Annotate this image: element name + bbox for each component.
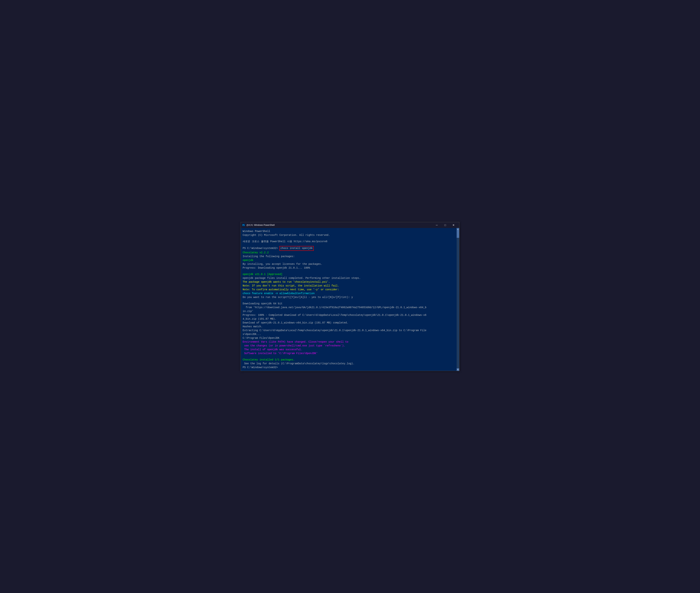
software-installed-msg: Software installed to 'C:\Program Files\… xyxy=(243,352,455,355)
window-title: 관리자: Windows PowerShell xyxy=(246,224,431,227)
download-complete-msg: Download of openjdk-21.0.1_windows-x64_b… xyxy=(243,321,455,325)
wants-to-run-msg: The package openjdk wants to run 'chocol… xyxy=(243,280,455,284)
terminal-body[interactable]: Windows PowerShell Copyright (C) Microso… xyxy=(241,228,459,371)
env-vars-msg: Environment Vars (like PATH) have change… xyxy=(243,340,455,344)
program-files-msg: C:\Program Files\OpenJDK xyxy=(243,336,455,340)
scrollbar-track[interactable] xyxy=(457,231,459,368)
see-changes-msg: see the changes (or in powershell/cmd.ex… xyxy=(243,344,455,348)
progress-msg: Progress: Downloading openjdk 21.0.1... … xyxy=(243,266,455,270)
svg-text:PS: PS xyxy=(242,224,245,226)
approved-msg: openjdk v21.0.1 [Approved] xyxy=(243,272,455,276)
note-confirm-msg: Note: To confirm automatically next time… xyxy=(243,288,455,291)
prompt-text: PS C:\Windows\system32> xyxy=(243,246,279,250)
powershell-window: PS 관리자: Windows PowerShell ─ □ ✕ Windows… xyxy=(241,222,459,371)
scrollbar[interactable]: ▲ ▼ xyxy=(457,228,459,371)
command-text: choco install openjdk xyxy=(279,246,314,251)
hashes-match-msg: Hashes match. xyxy=(243,325,455,328)
from-url-msg: from 'https://download.java.net/java/GA/… xyxy=(243,306,455,309)
final-prompt: PS C:\Windows\system32> xyxy=(243,365,455,369)
note-fail-msg: Note: If you don't run this script, the … xyxy=(243,284,455,288)
choco-version: Chocolatey v2.2.2 xyxy=(243,251,455,254)
window-controls: ─ □ ✕ xyxy=(433,222,458,228)
installing-msg: Installing the following packages: xyxy=(243,254,455,259)
in-zip-msg: in.zip' xyxy=(243,309,455,313)
line-2: Copyright (C) Microsoft Corporation. All… xyxy=(243,233,455,237)
line-3: 새로운 크로스 플랫폼 PowerShell 사용 https://aka.ms… xyxy=(243,240,455,243)
install-success-msg: The install of openjdk was successful. xyxy=(243,348,455,352)
progress-complete-msg: Progress: 100% - Completed download of C… xyxy=(243,313,455,317)
close-button[interactable]: ✕ xyxy=(449,222,458,228)
app-icon: PS xyxy=(242,224,245,227)
run-script-prompt: Do you want to run the script?([Y]es/[A]… xyxy=(243,295,455,299)
scroll-down-arrow[interactable]: ▼ xyxy=(457,368,459,371)
install-complete-msg: openjdk package files install completed.… xyxy=(243,276,455,280)
license-msg: By installing, you accept licenses for t… xyxy=(243,262,455,266)
extracting-msg: Extracting C:\Users\G\AppData\Local\Temp… xyxy=(243,328,455,332)
line-1: Windows PowerShell xyxy=(243,230,455,233)
terminal-content: Windows PowerShell Copyright (C) Microso… xyxy=(243,230,457,369)
choco-installed-msg: Chocolatey installed 1/1 packages. xyxy=(243,358,455,362)
scroll-up-arrow[interactable]: ▲ xyxy=(457,228,459,231)
s-openjdk-msg: s\OpenJDK... xyxy=(243,332,455,336)
titlebar: PS 관리자: Windows PowerShell ─ □ ✕ xyxy=(241,222,459,228)
bin-zip-msg: 4_bin.zip (191.87 MB). xyxy=(243,317,455,321)
scrollbar-thumb[interactable] xyxy=(457,231,459,238)
package-name: openjdk xyxy=(243,259,455,262)
command-line: PS C:\Windows\system32> choco install op… xyxy=(243,246,455,251)
minimize-button[interactable]: ─ xyxy=(433,222,441,228)
downloading-msg: Downloading openjdk 64 bit xyxy=(243,302,455,306)
maximize-button[interactable]: □ xyxy=(441,222,449,228)
choco-feature-cmd: choco feature enable -n allowGlobalConfi… xyxy=(243,291,455,295)
see-log-msg: See the log for details (C:\ProgramData\… xyxy=(243,362,455,365)
